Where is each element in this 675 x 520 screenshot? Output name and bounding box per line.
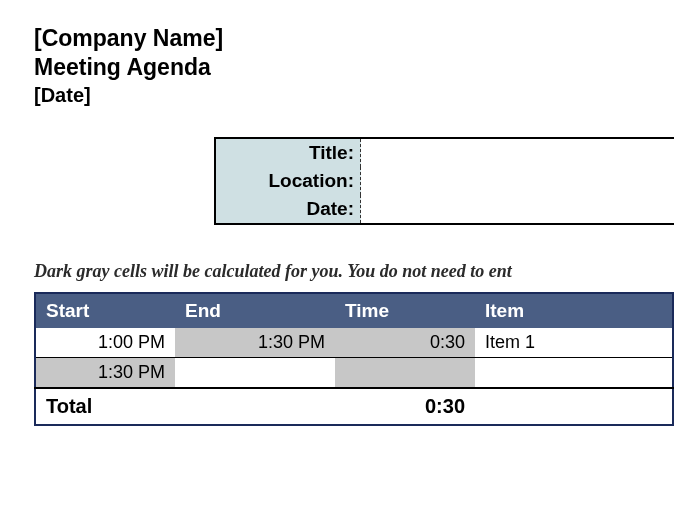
table-row: 1:00 PM 1:30 PM 0:30 Item 1	[35, 328, 673, 358]
info-location-value[interactable]	[361, 167, 674, 195]
meeting-info-box: Title: Location: Date:	[214, 137, 674, 225]
info-location-label: Location:	[216, 167, 361, 195]
cell-start[interactable]: 1:00 PM	[35, 328, 175, 358]
doc-date: [Date]	[34, 84, 675, 107]
col-end: End	[175, 293, 335, 328]
col-start: Start	[35, 293, 175, 328]
cell-time: 0:30	[335, 328, 475, 358]
cell-end[interactable]	[175, 357, 335, 388]
info-date-label: Date:	[216, 195, 361, 223]
info-title-value[interactable]	[361, 139, 674, 167]
cell-item[interactable]	[475, 357, 673, 388]
cell-time	[335, 357, 475, 388]
info-title-label: Title:	[216, 139, 361, 167]
agenda-table: Start End Time Item 1:00 PM 1:30 PM 0:30…	[34, 292, 674, 426]
total-time: 0:30	[335, 388, 475, 425]
total-row: Total 0:30	[35, 388, 673, 425]
hint-text: Dark gray cells will be calculated for y…	[34, 261, 675, 282]
cell-start: 1:30 PM	[35, 357, 175, 388]
doc-title: Meeting Agenda	[34, 53, 675, 82]
info-date-value[interactable]	[361, 195, 674, 223]
cell-end: 1:30 PM	[175, 328, 335, 358]
total-label: Total	[35, 388, 175, 425]
table-header-row: Start End Time Item	[35, 293, 673, 328]
company-name: [Company Name]	[34, 24, 675, 53]
col-time: Time	[335, 293, 475, 328]
col-item: Item	[475, 293, 673, 328]
table-row: 1:30 PM	[35, 357, 673, 388]
cell-item[interactable]: Item 1	[475, 328, 673, 358]
